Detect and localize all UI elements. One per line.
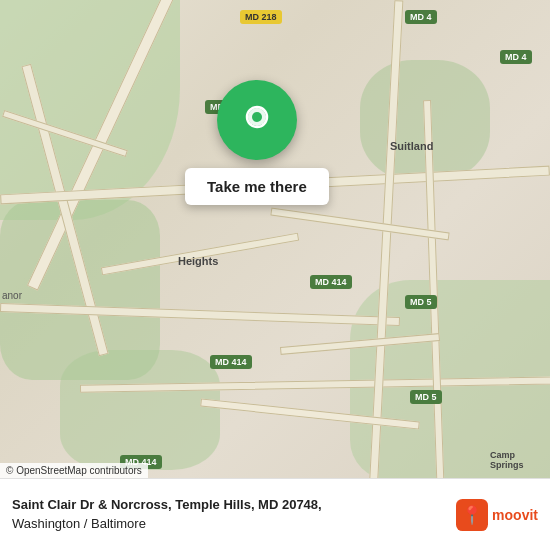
city-line: Washington / Baltimore <box>12 515 322 533</box>
address-line: Saint Clair Dr & Norcross, Temple Hills,… <box>12 496 322 514</box>
green-area <box>60 350 220 470</box>
pin-area: Take me there <box>185 80 329 205</box>
bottom-bar: Saint Clair Dr & Norcross, Temple Hills,… <box>0 478 550 550</box>
route-badge-md218: MD 218 <box>240 10 282 24</box>
svg-text:📍: 📍 <box>461 504 483 526</box>
route-badge-md414b: MD 414 <box>210 355 252 369</box>
moovit-text: moovit <box>492 507 538 523</box>
location-pin-circle <box>217 80 297 160</box>
moovit-icon: 📍 <box>456 499 488 531</box>
take-me-there-button[interactable]: Take me there <box>185 168 329 205</box>
svg-point-1 <box>252 112 262 122</box>
osm-attribution: © OpenStreetMap contributors <box>0 463 148 478</box>
route-badge-md5b: MD 5 <box>405 295 437 309</box>
map-container: MD 4 MD 218 MD 4 MD 5 MD 414 MD 5 MD 414… <box>0 0 550 550</box>
route-badge-md4b: MD 4 <box>500 50 532 64</box>
route-badge-md5c: MD 5 <box>410 390 442 404</box>
address-block: Saint Clair Dr & Norcross, Temple Hills,… <box>12 496 322 532</box>
route-badge-md414a: MD 414 <box>310 275 352 289</box>
location-pin-icon <box>238 101 276 139</box>
attribution-text: © OpenStreetMap contributors <box>6 465 142 476</box>
route-badge-md4: MD 4 <box>405 10 437 24</box>
moovit-logo: 📍 moovit <box>456 499 538 531</box>
